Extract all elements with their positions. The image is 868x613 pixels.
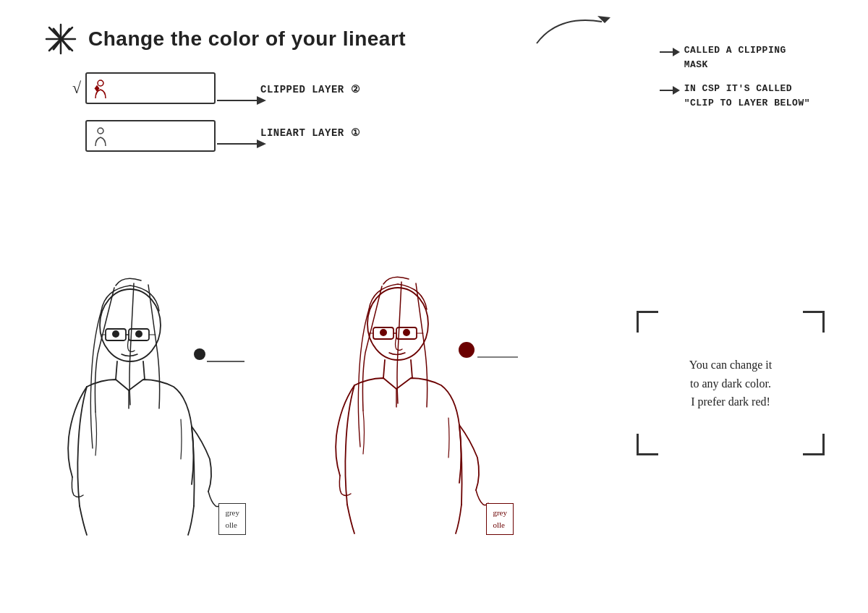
svg-point-23	[112, 330, 119, 338]
lineart-layer-label: LINEART LAYER ①	[260, 127, 360, 139]
svg-marker-16	[673, 86, 680, 95]
bracket-corner-tl	[637, 311, 658, 333]
note-clipping-mask: CALLED A CLIPPING MASK	[660, 43, 810, 72]
left-black-dot	[194, 348, 205, 360]
page: Change the color of your lineart √ ♦ √	[0, 0, 868, 613]
svg-marker-11	[257, 140, 266, 148]
star-icon	[43, 22, 78, 56]
bracket-line2: to any dark color.	[689, 374, 772, 393]
left-dot	[194, 354, 252, 372]
checkmark-icon: √	[72, 79, 81, 98]
curved-arrow-to-notes	[529, 7, 616, 51]
left-sketch: grey olle	[36, 267, 260, 542]
svg-marker-14	[673, 48, 680, 56]
svg-point-33	[403, 329, 410, 336]
layer-person-icon2	[93, 126, 109, 146]
bracket-caption: You can change it to any dark color. I p…	[689, 356, 772, 411]
clipped-arrow	[217, 95, 268, 109]
svg-point-7	[98, 128, 103, 134]
left-signature: grey olle	[218, 503, 246, 535]
clipped-layer-row: √ ♦	[72, 72, 216, 104]
bracket-line1: You can change it	[689, 356, 772, 374]
page-title: Change the color of your lineart	[88, 27, 406, 51]
bracket-corner-br	[803, 434, 825, 455]
svg-marker-12	[597, 16, 610, 23]
right-sketch: grey olle	[304, 267, 528, 542]
right-signature: grey olle	[486, 503, 514, 535]
title-area: Change the color of your lineart	[43, 22, 406, 56]
clipped-layer-label: CLIPPED LAYER ②	[260, 83, 360, 95]
clipped-layer-box: ♦	[85, 72, 216, 104]
layer-person-icon	[93, 78, 109, 98]
note1-arrow-icon	[660, 45, 680, 59]
bracket-area: You can change it to any dark color. I p…	[637, 311, 825, 455]
svg-point-24	[135, 330, 142, 338]
svg-point-6	[98, 80, 103, 86]
bracket-corner-bl	[637, 434, 658, 455]
lineart-layer-row: √	[72, 120, 216, 152]
right-dot	[459, 350, 524, 367]
notes-area: CALLED A CLIPPING MASK IN CSP IT'S CALLE…	[660, 43, 810, 123]
note2-arrow-icon	[660, 83, 680, 98]
lineart-arrow	[217, 138, 268, 153]
note2-text: IN CSP IT'S CALLED "CLIP TO LAYER BELOW"	[684, 82, 810, 110]
svg-point-32	[380, 329, 387, 336]
bracket-corner-tr	[803, 311, 825, 333]
lineart-layer-box	[85, 120, 216, 152]
svg-marker-9	[257, 96, 266, 105]
note-csp: IN CSP IT'S CALLED "CLIP TO LAYER BELOW"	[660, 82, 810, 110]
bracket-line3: I prefer dark red!	[689, 393, 772, 411]
note1-text: CALLED A CLIPPING MASK	[684, 43, 786, 72]
layer-diagram: √ ♦ √	[72, 72, 216, 165]
right-darkred-dot	[459, 342, 475, 358]
